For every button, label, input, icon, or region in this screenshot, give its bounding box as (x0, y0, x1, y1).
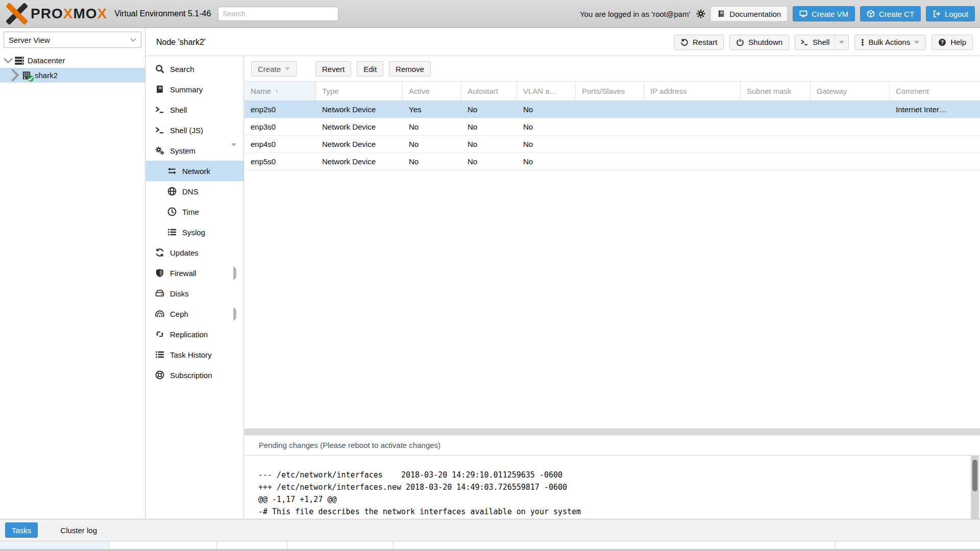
window-bottom-edge (0, 549, 980, 551)
menu-item-disks[interactable]: Disks (146, 283, 243, 304)
cluster-log-tab[interactable]: Cluster log (60, 526, 97, 535)
expand-caret-icon[interactable] (233, 269, 236, 278)
tree-collapse-icon[interactable] (10, 68, 20, 83)
pending-changes-title: Pending changes (Please reboot to activa… (244, 435, 980, 456)
logout-button[interactable]: Logout (926, 6, 975, 21)
cell-autostart: No (461, 101, 517, 118)
column-header-comment[interactable]: Comment (890, 82, 980, 101)
column-label: Subnet mask (747, 87, 792, 95)
tasks-column-stub[interactable] (109, 541, 217, 549)
cell-ip (644, 136, 741, 153)
create-ct-button[interactable]: Create CT (860, 6, 921, 21)
menu-item-shell[interactable]: Shell (146, 99, 243, 120)
column-label: IP address (650, 87, 687, 95)
user-settings-gear-icon[interactable] (696, 9, 705, 18)
column-label: Active (409, 87, 430, 95)
menu-label: Task History (170, 350, 212, 359)
column-header-autostart[interactable]: Autostart (461, 82, 517, 101)
column-header-ports-slaves[interactable]: Ports/Slaves (576, 82, 644, 101)
column-header-type[interactable]: Type (316, 82, 403, 101)
menu-item-firewall[interactable]: Firewall (146, 263, 243, 283)
tree-item-shark2[interactable]: shark2 (0, 68, 145, 83)
menu-label: Firewall (170, 269, 197, 278)
tasks-column-stub[interactable] (0, 541, 109, 549)
power-icon (736, 38, 744, 46)
menu-item-system[interactable]: System (146, 140, 243, 161)
node-title: Node 'shark2' (156, 38, 206, 47)
tasks-tab-button[interactable]: Tasks (5, 522, 38, 538)
menu-item-syslog[interactable]: Syslog (146, 222, 243, 242)
menu-item-updates[interactable]: Updates (146, 242, 243, 263)
column-label: Ports/Slaves (582, 87, 625, 95)
menu-item-subscription[interactable]: Subscription (146, 365, 243, 385)
shutdown-label: Shutdown (748, 38, 782, 46)
shell-button[interactable]: Shell (795, 35, 835, 49)
column-header-active[interactable]: Active (403, 82, 461, 101)
shutdown-button[interactable]: Shutdown (729, 35, 789, 50)
table-row-enp2s0[interactable]: enp2s0 Network Device Yes No No Internet… (244, 101, 980, 118)
menu-item-ceph[interactable]: Ceph (146, 304, 243, 324)
table-row-enp3s0[interactable]: enp3s0 Network Device No No No (244, 118, 980, 136)
create-vm-button[interactable]: Create VM (793, 6, 855, 21)
remove-label: Remove (396, 65, 424, 73)
cell-vlan: No (517, 101, 576, 118)
menu-item-shell-js[interactable]: Shell (JS) (146, 120, 243, 140)
cell-gateway (811, 153, 890, 170)
bulk-actions-caret-icon (914, 41, 919, 44)
panel-splitter[interactable] (244, 429, 980, 435)
remove-button[interactable]: Remove (389, 61, 431, 77)
column-header-ip-address[interactable]: IP address (644, 82, 741, 101)
shell-dropdown-arrow[interactable] (835, 35, 848, 49)
menu-item-summary[interactable]: Summary (146, 79, 243, 99)
revert-button[interactable]: Revert (315, 61, 351, 77)
view-selector[interactable]: Server View (4, 32, 141, 48)
tasks-column-stub[interactable] (394, 541, 836, 549)
ellipsis-v-icon (861, 38, 864, 46)
menu-item-search[interactable]: Search (146, 59, 243, 79)
column-header-name[interactable]: Name ↑ (244, 82, 316, 101)
menu-item-task-history[interactable]: Task History (146, 344, 243, 365)
menu-label: Time (182, 208, 199, 216)
menu-label: Shell (170, 106, 187, 114)
menu-item-time[interactable]: Time (146, 202, 243, 222)
tasks-column-stub[interactable] (836, 541, 980, 549)
globe-icon (167, 187, 177, 196)
cell-type: Network Device (316, 118, 403, 135)
menu-label: Syslog (182, 228, 205, 237)
global-search-input[interactable] (218, 7, 338, 21)
scrollbar-thumb[interactable] (972, 460, 977, 491)
sign-out-icon (933, 10, 941, 18)
login-status: You are logged in as 'root@pam' (580, 10, 690, 18)
tasks-column-stub[interactable] (287, 541, 394, 549)
menu-item-replication[interactable]: Replication (146, 324, 243, 344)
tasks-column-stub[interactable] (217, 541, 287, 549)
column-header-gateway[interactable]: Gateway (811, 82, 890, 101)
cell-gateway (811, 101, 890, 118)
terminal-icon (155, 105, 164, 114)
menu-item-network[interactable]: Network (146, 161, 243, 181)
help-button[interactable]: ? Help (932, 35, 973, 50)
tree-item-datacenter[interactable]: Datacenter (0, 53, 145, 68)
cell-ports (576, 101, 644, 118)
column-header-vlan[interactable]: VLAN a… (517, 82, 576, 101)
bulk-actions-label: Bulk Actions (868, 38, 910, 46)
collapse-caret-icon[interactable] (231, 146, 236, 155)
tasks-grid-header-partial (0, 541, 980, 549)
table-row-enp4s0[interactable]: enp4s0 Network Device No No No (244, 136, 980, 153)
tree-expander-icon[interactable] (3, 57, 13, 64)
documentation-button[interactable]: Documentation (710, 6, 788, 21)
create-caret-icon (285, 67, 290, 70)
gears-icon (155, 146, 164, 155)
menu-item-dns[interactable]: DNS (146, 181, 243, 202)
table-row-enp5s0[interactable]: enp5s0 Network Device No No No (244, 153, 980, 170)
create-button[interactable]: Create (251, 61, 297, 77)
bulk-actions-button[interactable]: Bulk Actions (854, 35, 926, 50)
column-header-subnet-mask[interactable]: Subnet mask (741, 82, 811, 101)
menu-label: Disks (170, 289, 189, 298)
hdd-icon (155, 289, 164, 298)
terminal-icon (155, 126, 164, 135)
expand-caret-icon[interactable] (233, 310, 236, 318)
restart-button[interactable]: Restart (674, 35, 724, 50)
cell-ports (576, 118, 644, 135)
edit-button[interactable]: Edit (357, 61, 383, 77)
